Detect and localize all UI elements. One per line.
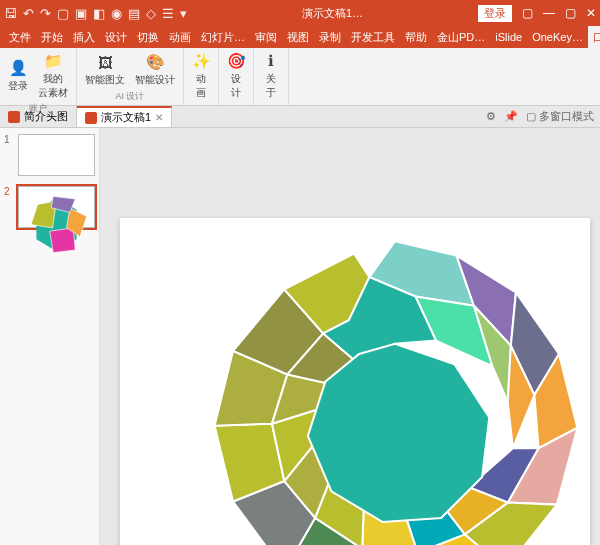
slide-number: 1 [4,134,14,176]
animation-icon: ✨ [192,52,210,70]
smart-image-button[interactable]: 🖼 智能图文 [81,50,129,90]
touch-mode-icon[interactable]: ☰ [162,6,174,21]
group-design: 🎯 设 计 [219,48,254,105]
cloud-material-button[interactable]: 📁 我的 云素材 [34,50,72,102]
document-tabs: 简介头图 演示文稿1 ✕ ⚙ 📌 ▢ 多窗口模式 [0,106,600,128]
tab-view[interactable]: 视图 [282,26,314,48]
smart-image-label: 智能图文 [85,73,125,87]
undo-icon[interactable]: ↶ [23,6,34,21]
tab-help[interactable]: 帮助 [400,26,432,48]
title-bar: 🖫 ↶ ↷ ▢ ▣ ◧ ◉ ▤ ◇ ☰ ▾ 演示文稿1… 登录 ▢ — ▢ ✕ [0,0,600,26]
doc-tab-label: 演示文稿1 [101,110,151,125]
group-label [270,102,273,112]
design-label: 设 计 [231,72,241,100]
slide-preview [18,134,95,176]
group-about: ℹ 关 于 [254,48,289,105]
folder-icon: 📁 [44,52,62,70]
signin-button[interactable]: 👤 登录 [4,50,32,102]
tab-wps[interactable]: 金山PD… [432,26,490,48]
tab-islide[interactable]: iSlide [490,26,527,48]
multiwindow-button[interactable]: ▢ 多窗口模式 [526,109,594,124]
decagon-spiral-shape[interactable] [190,233,600,545]
smart-design-label: 智能设计 [135,73,175,87]
tab-home[interactable]: 开始 [36,26,68,48]
tab-animation[interactable]: 动画 [164,26,196,48]
qat-icon[interactable]: ◉ [111,6,122,21]
doc-tab[interactable]: 演示文稿1 ✕ [77,106,172,127]
quick-access-toolbar: 🖫 ↶ ↷ ▢ ▣ ◧ ◉ ▤ ◇ ☰ ▾ [4,6,187,21]
window-title: 演示文稿1… [187,6,478,21]
mini-shape-icon [23,191,90,258]
pin-icon[interactable]: 📌 [504,110,518,123]
gear-icon[interactable]: ⚙ [486,110,496,123]
slide-thumb[interactable]: 2 [4,186,95,228]
svg-marker-2 [50,228,75,253]
about-button[interactable]: ℹ 关 于 [258,50,284,102]
doc-tab[interactable]: 简介头图 [0,106,77,127]
close-icon[interactable]: ✕ [586,6,596,20]
tab-transition[interactable]: 切换 [132,26,164,48]
minimize-icon[interactable]: — [543,6,555,20]
qat-icon[interactable]: ▣ [75,6,87,21]
palette-icon: 🎯 [227,52,245,70]
tab-design[interactable]: 设计 [100,26,132,48]
slide-thumb[interactable]: 1 [4,134,95,176]
tab-dev[interactable]: 开发工具 [346,26,400,48]
about-label: 关 于 [266,72,276,100]
window-controls: ▢ — ▢ ✕ [522,6,596,20]
group-label [200,102,203,112]
doc-tab-label: 简介头图 [24,109,68,124]
tab-file[interactable]: 文件 [4,26,36,48]
ribbon-options-icon[interactable]: ▢ [522,6,533,20]
qat-icon[interactable]: ▤ [128,6,140,21]
group-anim: ✨ 动 画 [184,48,219,105]
tab-record[interactable]: 录制 [314,26,346,48]
maximize-icon[interactable]: ▢ [565,6,576,20]
qat-icon[interactable]: ▢ [57,6,69,21]
slide-preview [18,186,95,228]
group-account: 👤 登录 📁 我的 云素材 账户 [0,48,77,105]
close-tab-icon[interactable]: ✕ [155,112,163,123]
ppt-icon [85,112,97,124]
design-icon: 🎨 [146,53,164,71]
group-label [235,102,238,112]
tab-review[interactable]: 审阅 [250,26,282,48]
tab-slideshow[interactable]: 幻灯片… [196,26,250,48]
qat-icon[interactable]: ◧ [93,6,105,21]
group-label: AI 设计 [115,90,144,103]
info-icon: ℹ [262,52,280,70]
login-button[interactable]: 登录 [478,5,512,22]
editor-main: 1 2 [0,128,600,545]
qat-icon[interactable]: ◇ [146,6,156,21]
tab-insert[interactable]: 插入 [68,26,100,48]
redo-icon[interactable]: ↷ [40,6,51,21]
image-icon: 🖼 [96,53,114,71]
ribbon-tabs: 文件 开始 插入 设计 切换 动画 幻灯片… 审阅 视图 录制 开发工具 帮助 … [0,26,600,48]
signin-label: 登录 [8,79,28,93]
group-ai: 🖼 智能图文 🎨 智能设计 AI 设计 [77,48,184,105]
cloud-label: 我的 云素材 [38,72,68,100]
design-button[interactable]: 🎯 设 计 [223,50,249,102]
tab-pocket[interactable]: 口袋动… [588,26,600,48]
save-icon[interactable]: 🖫 [4,6,17,21]
ribbon: 👤 登录 📁 我的 云素材 账户 🖼 智能图文 🎨 智能设计 AI 设计 [0,48,600,106]
qat-overflow-icon[interactable]: ▾ [180,6,187,21]
slide-canvas[interactable] [100,128,600,545]
animation-button[interactable]: ✨ 动 画 [188,50,214,102]
anim-label: 动 画 [196,72,206,100]
smart-design-button[interactable]: 🎨 智能设计 [131,50,179,90]
tab-onekey[interactable]: OneKey… [527,26,588,48]
slide-number: 2 [4,186,14,228]
ppt-icon [8,111,20,123]
slide-thumbnails: 1 2 [0,128,100,545]
user-icon: 👤 [9,59,27,77]
slide [120,218,590,545]
